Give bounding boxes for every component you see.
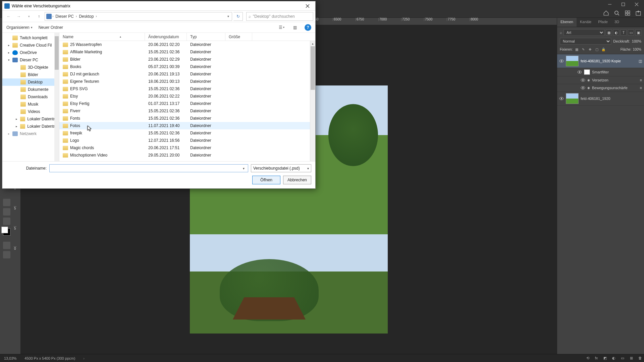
file-row[interactable]: Logo12.07.2021 16:56Dateiordner [59,137,315,144]
new-layer-icon[interactable]: ⊞ [629,355,634,361]
nav-up-button[interactable]: ↑ [35,12,43,21]
fill-value[interactable]: 100% [633,48,641,51]
column-size[interactable]: Größe [225,33,252,41]
search-icon[interactable] [614,10,620,16]
tree-chevron-icon[interactable]: ▸ [7,132,10,135]
filter-type-icon[interactable]: T [621,29,627,36]
file-row[interactable]: Fiverr15.05.2021 02:36Dateiordner [59,107,315,115]
tree-item[interactable]: ▸Netzwerk [2,130,59,137]
view-mode-button[interactable]: ☰ ▾ [278,24,285,31]
home-icon[interactable] [603,10,609,16]
trash-icon[interactable]: 🗑 [637,355,643,361]
maximize-button[interactable] [616,1,630,8]
file-row[interactable]: Mischoptionen Video29.05.2021 20:00Datei… [59,152,315,159]
help-button[interactable]: ? [305,24,311,31]
file-row[interactable]: DJ mit geräusch20.06.2021 19:13Dateiordn… [59,70,315,78]
tab-ebenen[interactable]: Ebenen [557,18,577,27]
tree-item[interactable]: Desktop [2,78,59,86]
preview-pane-button[interactable]: ▥ [291,24,299,31]
share-icon[interactable] [635,10,641,16]
tree-item[interactable]: Downloads [2,93,59,101]
file-row[interactable]: EPS SVG15.05.2021 02:36Dateiordner [59,85,315,93]
chevron-down-icon[interactable]: ▾ [24,12,33,21]
tree-chevron-icon[interactable]: ▸ [15,117,18,121]
cancel-button[interactable]: Abbrechen [283,176,311,184]
tree-item[interactable]: ▸OneDrive [2,49,59,56]
visibility-eye-icon[interactable] [581,78,585,82]
tool-icon[interactable] [3,251,10,258]
addr-dropdown-icon[interactable]: ▾ [226,14,230,18]
filetype-select[interactable]: Verschiebungsdatei (.psd) ▾ [251,164,311,172]
breadcrumb-folder[interactable]: Desktop [77,13,95,19]
tree-chevron-icon[interactable]: ▸ [7,44,10,47]
grid-icon[interactable] [625,10,631,16]
visibility-eye-icon[interactable] [581,85,585,90]
lock-all-icon[interactable]: 🔒 [601,47,606,52]
layer-row[interactable]: feld-406181_1920 Kopie◫ [557,54,644,68]
scrollbar[interactable]: ▴ ▾ [310,41,315,161]
column-name[interactable]: Name▴ [59,33,145,41]
file-row[interactable]: Books05.07.2021 00:39Dateiordner [59,63,315,70]
tool-icon[interactable] [3,208,10,216]
visibility-eye-icon[interactable] [559,59,564,63]
tree-item[interactable]: ▸Creative Cloud Fil [2,42,59,49]
layer-row[interactable]: Smartfilter [557,68,644,76]
adjustment-icon[interactable]: ◐ [611,355,616,361]
link-icon[interactable]: ⟲ [585,355,590,361]
color-swatch[interactable] [3,228,10,236]
file-row[interactable]: Magic chords20.06.2021 17:51Dateiordner [59,144,315,152]
refresh-button[interactable]: ↻ [233,12,243,21]
filter-options-icon[interactable]: ≡ [640,78,642,82]
chevron-down-icon[interactable]: ▾ [241,167,247,170]
layer-row[interactable]: ◉Bewegungsunschärfe≡ [557,84,644,92]
filter-smart-icon[interactable]: ▣ [635,29,641,36]
tree-item[interactable]: Bilder [2,71,59,78]
nav-back-button[interactable]: ← [4,12,13,21]
layer-row[interactable]: ◉Versetzen≡ [557,76,644,84]
tool-icon[interactable] [3,199,10,206]
file-row[interactable]: Affiliate Marketing15.05.2021 02:36Datei… [59,48,315,56]
search-input[interactable]: ⌕ "Desktop" durchsuchen [246,12,313,21]
folder-tree[interactable]: Twitch komplett▸Creative Cloud Fil▸OneDr… [2,33,59,161]
file-row[interactable]: Fonts15.05.2021 02:36Dateiordner [59,115,315,122]
filter-shape-icon[interactable]: ▭ [628,29,634,36]
file-row[interactable]: freepik15.05.2021 02:36Dateiordner [59,129,315,137]
lock-artboard-icon[interactable]: ▢ [594,47,599,52]
tree-item[interactable]: Twitch komplett [2,34,59,42]
nav-forward-button[interactable]: → [14,12,23,21]
tool-icon[interactable] [3,218,10,225]
tree-chevron-icon[interactable]: ▸ [15,125,18,128]
fx-icon[interactable]: fx [594,355,599,361]
chevron-right-icon[interactable]: › [76,14,77,18]
status-docinfo[interactable]: 4500 Px x 5400 Px (300 ppcm) [24,356,75,360]
scrollbar[interactable] [54,33,59,161]
blend-mode-select[interactable]: Normal [560,38,611,45]
new-folder-button[interactable]: Neuer Ordner [39,25,63,30]
close-button[interactable] [630,1,643,8]
tab-3d[interactable]: 3D [611,18,623,27]
tree-item[interactable]: Dokumente [2,86,59,93]
open-button[interactable]: Öffnen [252,176,280,184]
filename-input[interactable]: ▾ [49,164,248,172]
tree-item[interactable]: 3D-Objekte [2,64,59,71]
file-row[interactable]: 25 Wassertropfen20.06.2021 02:20Dateiord… [59,41,315,48]
file-row[interactable]: Bilder23.06.2021 02:29Dateiordner [59,56,315,63]
column-date[interactable]: Änderungsdatum [145,33,187,41]
tree-item[interactable]: ▾Dieser PC [2,56,59,64]
filter-pixel-icon[interactable]: ▦ [606,29,612,36]
file-row[interactable]: Eigene Texturen18.06.2021 00:13Dateiordn… [59,78,315,85]
tree-item[interactable]: Videos [2,108,59,115]
chevron-right-icon[interactable]: › [52,14,53,18]
chevron-right-icon[interactable]: › [83,356,85,360]
tree-item[interactable]: ▸Lokaler Datenträ [2,123,59,130]
tree-item[interactable]: ▸Lokaler Datenträ [2,115,59,123]
file-row[interactable]: Fotos11.07.2021 19:40Dateiordner [59,122,315,129]
layer-filter-kind[interactable]: Art [564,29,604,36]
address-bar[interactable]: › Dieser PC › Desktop › ▾ [45,12,232,21]
filter-options-icon[interactable]: ≡ [640,86,642,90]
tab-pfade[interactable]: Pfade [595,18,611,27]
filter-adjust-icon[interactable]: ◐ [613,29,619,36]
lock-position-icon[interactable]: ✥ [587,47,593,52]
scroll-up-icon[interactable]: ▴ [310,41,315,46]
organize-menu[interactable]: Organisieren▾ [6,25,33,30]
